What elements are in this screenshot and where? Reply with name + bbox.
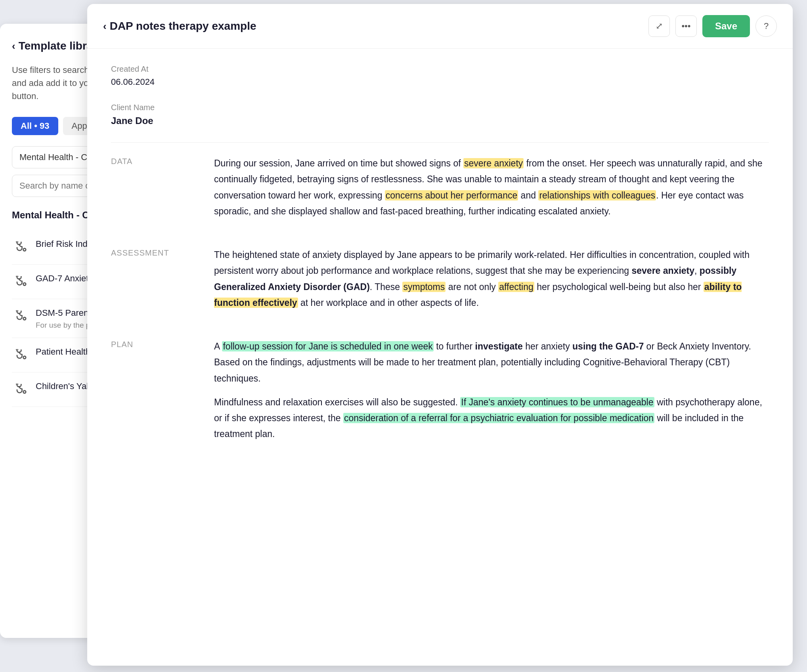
created-at-section: Created At 06.06.2024	[111, 65, 769, 87]
client-name-value: Jane Doe	[111, 115, 769, 126]
plan-section: PLAN A follow-up session for Jane is sch…	[111, 338, 769, 450]
assessment-label: ASSESSMENT	[111, 247, 190, 258]
data-content: During our session, Jane arrived on time…	[214, 155, 769, 227]
text-span: to further	[434, 341, 475, 351]
plan-content: A follow-up session for Jane is schedule…	[214, 338, 769, 450]
highlight-followup: follow-up session for Jane is scheduled …	[222, 341, 433, 351]
plan-label-col: PLAN	[111, 338, 190, 450]
highlight-severe-anxiety: severe anxiety	[463, 158, 524, 168]
text-span: During our session, Jane arrived on time…	[214, 158, 463, 168]
text-span: ,	[694, 265, 700, 276]
stethoscope-icon	[12, 347, 29, 364]
bold-gad7: using the GAD-7	[572, 341, 644, 351]
resize-button[interactable]: ⤢	[648, 15, 670, 37]
client-name-section: Client Name Jane Doe	[111, 103, 769, 126]
main-panel: ‹ DAP notes therapy example ⤢ ••• Save ?…	[87, 4, 793, 666]
plan-label: PLAN	[111, 338, 190, 349]
bold-investigate: investigate	[475, 341, 523, 351]
header-actions: ⤢ ••• Save ?	[648, 15, 777, 37]
more-icon: •••	[681, 21, 690, 31]
client-name-label: Client Name	[111, 103, 769, 112]
help-icon: ?	[764, 21, 769, 31]
created-at-label: Created At	[111, 65, 769, 74]
filter-tab-all[interactable]: All • 93	[12, 117, 58, 135]
text-span: and	[518, 190, 538, 200]
sidebar-title: Template libra	[19, 40, 93, 52]
more-options-button[interactable]: •••	[675, 15, 697, 37]
document-title: DAP notes therapy example	[110, 20, 256, 32]
help-button[interactable]: ?	[755, 15, 777, 37]
text-span: . These	[370, 282, 403, 292]
stethoscope-icon	[12, 308, 29, 325]
back-button[interactable]: ‹ DAP notes therapy example	[103, 20, 641, 32]
text-span: her anxiety	[523, 341, 572, 351]
svg-point-3	[23, 356, 26, 359]
svg-point-0	[23, 248, 26, 251]
highlight-symptoms: symptoms	[402, 282, 446, 292]
highlight-affecting: affecting	[498, 282, 534, 292]
svg-point-2	[23, 317, 26, 320]
resize-icon: ⤢	[656, 21, 663, 31]
data-label: DATA	[111, 155, 190, 166]
text-span: her psychological well-being but also he…	[534, 282, 704, 292]
divider	[111, 142, 769, 143]
text-span: Mindfulness and relaxation exercises wil…	[214, 397, 460, 407]
chevron-left-icon: ‹	[103, 20, 107, 32]
svg-point-1	[23, 283, 26, 286]
stethoscope-icon	[12, 273, 29, 291]
plan-paragraph-1: A follow-up session for Jane is schedule…	[214, 338, 769, 386]
highlight-referral: consideration of a referral for a psychi…	[343, 413, 654, 423]
stethoscope-icon	[12, 381, 29, 399]
text-span: at her workplace and in other aspects of…	[298, 298, 479, 308]
highlight-relationships: relationships with colleagues	[538, 190, 656, 200]
data-paragraph: During our session, Jane arrived on time…	[214, 155, 769, 219]
assessment-section: ASSESSMENT The heightened state of anxie…	[111, 247, 769, 319]
chevron-left-icon: ‹	[12, 40, 15, 52]
main-header: ‹ DAP notes therapy example ⤢ ••• Save ?	[87, 4, 793, 49]
main-content: Created At 06.06.2024 Client Name Jane D…	[87, 49, 793, 666]
assessment-label-col: ASSESSMENT	[111, 247, 190, 319]
assessment-content: The heightened state of anxiety displaye…	[214, 247, 769, 319]
stethoscope-icon	[12, 239, 29, 256]
text-span: A	[214, 341, 222, 351]
text-span: are not only	[446, 282, 498, 292]
created-at-value: 06.06.2024	[111, 77, 769, 87]
assessment-paragraph: The heightened state of anxiety displaye…	[214, 247, 769, 311]
highlight-concerns: concerns about her performance	[385, 190, 518, 200]
data-section: DATA During our session, Jane arrived on…	[111, 155, 769, 227]
highlight-unmanageable: If Jane's anxiety continues to be unmana…	[460, 397, 654, 407]
save-button[interactable]: Save	[702, 15, 750, 37]
bold-severe-anxiety: severe anxiety	[631, 265, 694, 276]
svg-point-4	[23, 391, 26, 393]
plan-paragraph-2: Mindfulness and relaxation exercises wil…	[214, 394, 769, 442]
data-label-col: DATA	[111, 155, 190, 227]
